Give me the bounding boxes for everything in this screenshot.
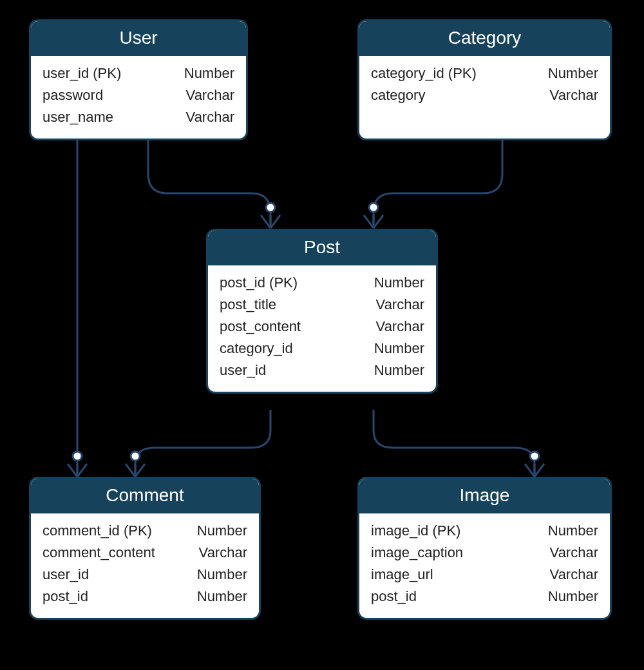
attr-type: Varchar [376, 294, 424, 316]
svg-line-16 [525, 464, 535, 477]
attr-row: post_title Varchar [220, 294, 424, 316]
rel-category-post [374, 140, 502, 228]
attr-name: comment_id (PK) [43, 520, 152, 542]
attr-name: post_id [43, 586, 88, 608]
svg-point-3 [266, 203, 275, 212]
attr-name: post_title [220, 294, 276, 316]
attr-row: post_content Varchar [220, 316, 424, 338]
attr-name: post_content [220, 316, 301, 338]
attr-row: category_id Number [220, 338, 424, 359]
entity-body: comment_id (PK) Number comment_content V… [31, 513, 259, 618]
entity-post: Post post_id (PK) Number post_title Varc… [206, 229, 438, 394]
attr-name: user_id [220, 359, 266, 381]
entity-title: Image [359, 479, 610, 513]
attr-name: image_caption [371, 542, 463, 564]
attr-type: Number [548, 520, 598, 542]
attr-name: category [371, 84, 425, 106]
svg-point-7 [369, 203, 378, 212]
attr-type: Varchar [550, 542, 598, 564]
svg-point-15 [131, 452, 140, 461]
attr-name: user_id (PK) [43, 62, 121, 84]
attr-name: category_id [220, 338, 293, 359]
er-diagram-canvas: User user_id (PK) Number password Varcha… [0, 0, 644, 670]
svg-line-1 [270, 215, 280, 228]
attr-row: post_id Number [371, 586, 598, 608]
crowsfoot-post-image [525, 452, 544, 477]
attr-name: user_id [43, 564, 89, 586]
attr-row: image_caption Varchar [371, 542, 598, 564]
attr-row: user_id (PK) Number [43, 62, 234, 84]
attr-name: comment_content [43, 542, 155, 564]
attr-name: image_id (PK) [371, 520, 460, 542]
attr-type: Varchar [550, 564, 598, 586]
svg-line-4 [364, 215, 374, 228]
rel-user-post [148, 140, 270, 228]
svg-line-0 [261, 215, 270, 228]
entity-title: Category [359, 21, 610, 56]
crowsfoot-user-post [261, 203, 280, 228]
attr-row: user_id Number [220, 359, 424, 381]
attr-row: password Varchar [43, 84, 234, 106]
entity-image: Image image_id (PK) Number image_caption… [357, 477, 612, 620]
attr-row: category_id (PK) Number [371, 62, 598, 84]
svg-line-5 [374, 215, 383, 228]
svg-line-12 [126, 464, 135, 477]
attr-row: user_name Varchar [43, 106, 234, 128]
svg-line-17 [535, 464, 544, 477]
attr-type: Number [197, 586, 247, 608]
entity-category: Category category_id (PK) Number categor… [357, 19, 612, 140]
crowsfoot-post-comment [126, 452, 145, 477]
svg-line-13 [135, 464, 145, 477]
rel-post-comment [135, 410, 270, 477]
entity-title: User [31, 21, 246, 56]
attr-name: post_id (PK) [220, 272, 298, 294]
attr-name: password [43, 84, 103, 106]
attr-type: Number [374, 359, 424, 381]
attr-row: category Varchar [371, 84, 598, 106]
attr-type: Number [548, 586, 598, 608]
entity-title: Comment [31, 479, 259, 513]
entity-comment: Comment comment_id (PK) Number comment_c… [29, 477, 261, 620]
entity-body: image_id (PK) Number image_caption Varch… [359, 513, 610, 618]
attr-type: Varchar [186, 106, 234, 128]
rel-post-image [374, 410, 535, 477]
svg-point-11 [73, 452, 82, 461]
entity-title: Post [208, 231, 436, 265]
crowsfoot-user-comment [68, 452, 87, 477]
entity-user: User user_id (PK) Number password Varcha… [29, 19, 248, 140]
attr-type: Varchar [550, 84, 598, 106]
entity-body: category_id (PK) Number category Varchar [359, 56, 610, 117]
entity-body: user_id (PK) Number password Varchar use… [31, 56, 246, 139]
attr-row: image_url Varchar [371, 564, 598, 586]
attr-name: image_url [371, 564, 433, 586]
attr-type: Varchar [186, 84, 234, 106]
attr-row: post_id (PK) Number [220, 272, 424, 294]
attr-row: comment_id (PK) Number [43, 520, 247, 542]
attr-name: post_id [371, 586, 417, 608]
attr-type: Number [197, 564, 247, 586]
attr-row: image_id (PK) Number [371, 520, 598, 542]
svg-line-9 [77, 464, 87, 477]
attr-name: category_id (PK) [371, 62, 477, 84]
attr-type: Number [374, 338, 424, 359]
attr-name: user_name [43, 106, 113, 128]
attr-type: Number [197, 520, 247, 542]
entity-body: post_id (PK) Number post_title Varchar p… [208, 265, 436, 392]
attr-type: Number [548, 62, 598, 84]
svg-point-19 [530, 452, 539, 461]
attr-type: Number [374, 272, 424, 294]
svg-line-8 [68, 464, 77, 477]
attr-row: user_id Number [43, 564, 247, 586]
attr-row: post_id Number [43, 586, 247, 608]
attr-type: Varchar [199, 542, 247, 564]
attr-row: comment_content Varchar [43, 542, 247, 564]
attr-type: Varchar [376, 316, 424, 338]
crowsfoot-category-post [364, 203, 383, 228]
attr-type: Number [184, 62, 234, 84]
